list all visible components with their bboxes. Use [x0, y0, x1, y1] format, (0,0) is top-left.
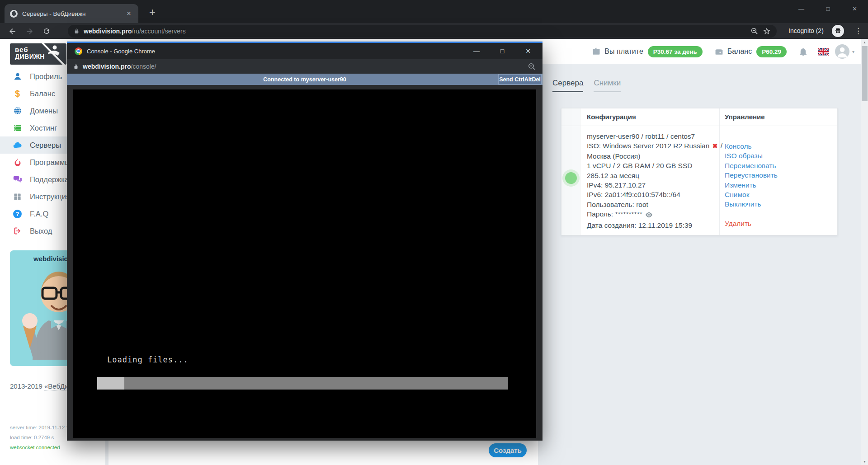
screen: Серверы - ВебДивижн ✕ + — □ ✕ webdivisio… — [0, 0, 868, 465]
back-icon[interactable] — [6, 25, 18, 37]
question-icon: ? — [13, 209, 22, 219]
wallet-icon — [714, 47, 724, 56]
browser-toolbar: webdivision.pro/ru/account/servers Incog… — [0, 23, 868, 39]
status-column-header — [561, 108, 580, 126]
link-rename[interactable]: Переименовать — [725, 161, 832, 170]
config-column-header: Конфигурация — [587, 113, 636, 121]
copyright-years: 2013-2019 — [10, 382, 44, 390]
tab-snapshots[interactable]: Снимки — [594, 79, 621, 92]
status-online-dot — [565, 172, 577, 184]
chat-icon — [13, 175, 22, 184]
vnc-screen[interactable]: Loading files... — [73, 89, 536, 438]
console-minimize-icon[interactable]: — — [467, 47, 486, 55]
balance-label: Баланс — [727, 47, 752, 56]
bookmark-star-icon[interactable] — [763, 27, 771, 35]
tab-title: Серверы - ВебДивижн — [22, 10, 120, 17]
account-avatar[interactable] — [835, 44, 849, 59]
lock-icon — [74, 28, 80, 34]
view-tabs: Сервера Снимки — [552, 79, 621, 92]
zoom-out-icon[interactable] — [528, 62, 536, 71]
sidebar-item-label: Выход — [30, 227, 52, 235]
server-location: Москва (Россия) — [587, 151, 713, 161]
iso-remove-icon[interactable]: ✖ — [712, 142, 719, 150]
pay-label: Вы платите — [604, 47, 643, 56]
forward-icon[interactable] — [24, 25, 35, 37]
reload-icon[interactable] — [41, 25, 52, 37]
sidebar-item-label: Программы — [30, 158, 70, 167]
link-poweroff[interactable]: Выключить — [725, 199, 832, 209]
show-password-eye-icon[interactable] — [645, 211, 653, 220]
link-reinstall[interactable]: Переустановить — [725, 170, 832, 180]
scroll-up-icon[interactable]: ▲ — [861, 39, 868, 46]
config-cell: myserver-user90 / robt11 / centos7 ISO: … — [580, 126, 720, 235]
language-flag-icon[interactable] — [818, 48, 829, 56]
server-specs: 1 vCPU / 2 GB RAM / 20 GB SSD — [587, 161, 713, 170]
console-url-host: webdivision.pro — [83, 63, 131, 70]
console-address-bar[interactable]: webdivision.pro/console/ — [67, 59, 542, 74]
server-password-line: Пароль: ********** — [587, 209, 713, 220]
balance-badge: Р60.29 — [756, 46, 787, 57]
lock-icon — [73, 64, 79, 70]
load-time-text: load time: 0.2749 s — [10, 435, 54, 440]
console-progress-bar — [97, 377, 508, 390]
create-server-button[interactable]: Создать — [489, 443, 527, 457]
link-snapshot[interactable]: Снимок — [725, 190, 832, 199]
server-password: Пароль: ********** — [587, 210, 642, 218]
new-tab-button[interactable]: + — [145, 5, 160, 20]
url-host: webdivision.pro — [84, 28, 132, 35]
console-close-icon[interactable]: ✕ — [518, 47, 538, 55]
websocket-status-text: websocket connected — [10, 445, 60, 450]
server-iso-line: ISO: Windows Server 2012 R2 Russian ✖ / — [587, 141, 713, 151]
servers-table: Конфигурация Управление myserver-user90 … — [561, 108, 838, 235]
sidebar-item-label: Инструкция — [30, 193, 70, 201]
sidebar-item-label: Домены — [30, 107, 58, 115]
console-window-title: Console - Google Chrome — [87, 48, 462, 55]
chrome-logo-icon — [75, 47, 82, 55]
console-progress-fill — [97, 377, 124, 390]
table-header-row: Конфигурация Управление — [561, 108, 837, 126]
address-bar[interactable]: webdivision.pro/ru/account/servers — [68, 25, 777, 38]
link-console[interactable]: Консоль — [725, 141, 832, 151]
sidebar-item-label: Баланс — [30, 89, 55, 98]
console-titlebar[interactable]: Console - Google Chrome — □ ✕ — [67, 43, 542, 59]
link-edit[interactable]: Изменить — [725, 180, 832, 190]
server-time-text: server time: 2019-11-12 17:0 — [10, 425, 76, 430]
manage-cell: Консоль ISO образы Переименовать Переуст… — [720, 126, 837, 235]
server-ipv4: IPv4: 95.217.10.27 — [587, 180, 713, 190]
link-iso-images[interactable]: ISO образы — [725, 151, 832, 160]
server-ipv6: IPv6: 2a01:4f9:c010:574b::/64 — [587, 190, 713, 199]
sidebar-item-label: Поддержка — [30, 175, 69, 184]
sidebar-item-label: Профиль — [30, 72, 62, 81]
account-caret-icon[interactable]: ▾ — [852, 49, 854, 54]
globe-icon — [13, 106, 22, 116]
user-icon — [13, 72, 22, 81]
console-url-path: /console/ — [131, 63, 156, 70]
browser-tab[interactable]: Серверы - ВебДивижн ✕ — [5, 4, 138, 23]
scrollbar-thumb[interactable] — [862, 46, 868, 101]
incognito-avatar-icon[interactable] — [832, 25, 844, 37]
tab-close-icon[interactable]: ✕ — [125, 9, 133, 18]
window-close-icon[interactable]: ✕ — [841, 0, 868, 17]
site-favicon-icon — [10, 10, 18, 18]
zoom-out-icon[interactable] — [750, 27, 759, 35]
url-path: /ru/account/servers — [132, 28, 186, 35]
bell-icon[interactable] — [798, 47, 808, 56]
scroll-down-icon[interactable]: ▼ — [861, 458, 868, 465]
browser-menu-icon[interactable]: ⋮ — [854, 23, 862, 39]
logo[interactable]: веб ДИВИЖН — [10, 43, 66, 65]
console-status-text: Connected to myserver-user90 — [263, 76, 346, 83]
server-created: Дата создания: 12.11.2019 15:39 — [587, 221, 713, 230]
tab-servers[interactable]: Сервера — [552, 79, 583, 92]
page-scrollbar[interactable]: ▲ ▼ — [861, 39, 868, 465]
window-maximize-icon[interactable]: □ — [815, 0, 841, 17]
logout-icon — [13, 226, 22, 236]
console-maximize-icon[interactable]: □ — [492, 47, 512, 55]
grid-icon — [13, 192, 22, 202]
link-delete[interactable]: Удалить — [725, 219, 832, 228]
dollar-icon: $ — [13, 89, 22, 99]
incognito-label: Incognito (2) — [788, 23, 824, 39]
server-price: 285.12 за месяц — [587, 171, 713, 180]
browser-tab-bar: Серверы - ВебДивижн ✕ + — □ ✕ — [0, 0, 868, 23]
send-ctrl-alt-del-button[interactable]: Send CtrlAltDel — [498, 74, 542, 85]
window-minimize-icon[interactable]: — — [788, 0, 815, 17]
